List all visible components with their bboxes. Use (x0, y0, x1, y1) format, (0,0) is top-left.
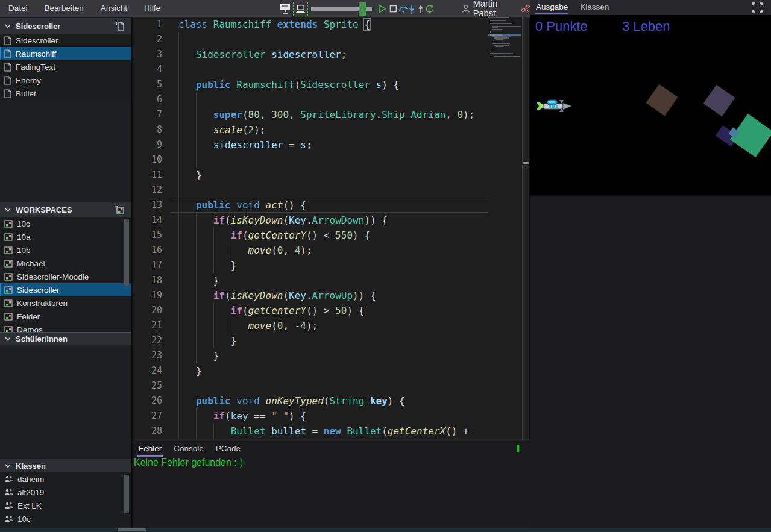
code-line[interactable]: 22 } (133, 333, 488, 348)
menu-item-hilfe[interactable]: Hilfe (136, 0, 169, 17)
file-item-bullet[interactable]: Bullet (0, 87, 131, 100)
code-text: if(getCenterY() < 550) { (178, 228, 370, 243)
menu-item-bearbeiten[interactable]: Bearbeiten (36, 0, 92, 17)
workspace-item-konstruktoren[interactable]: Konstruktoren (0, 296, 131, 310)
code-line[interactable]: 9 sidescroller = s; (133, 137, 488, 152)
workspace-item-label: Michael (17, 259, 45, 268)
status-bar-scrollbar-thumb[interactable] (118, 528, 146, 531)
code-line[interactable]: 20 if(getCenterY() > 50) { (133, 303, 488, 318)
code-line[interactable]: 1class Raumschiff extends Sprite { (133, 17, 488, 32)
workspaces-scrollbar[interactable] (124, 219, 129, 286)
connection-broken-icon (521, 3, 530, 14)
code-line[interactable]: 7 super(80, 300, SpriteLibrary.Ship_Adri… (133, 107, 488, 122)
step-out-button[interactable] (417, 4, 424, 14)
code-text: move(0, -4); (178, 318, 318, 333)
code-line[interactable]: 23 } (133, 348, 488, 363)
laptop-mode-toggle[interactable] (293, 2, 308, 16)
output-tab-ausgabe[interactable]: Ausgabe (535, 1, 568, 14)
code-line[interactable]: 27 if(key == " ") { (133, 408, 488, 424)
menu-item-ansicht[interactable]: Ansicht (92, 0, 136, 17)
sidebar: Sidescroller SidescrollerRaumschiffFadin… (0, 17, 131, 528)
file-item-raumschiff[interactable]: Raumschiff (0, 47, 131, 60)
doc-icon (4, 63, 11, 72)
restart-button[interactable] (425, 4, 434, 13)
workspace-item-felder[interactable]: Felder (0, 310, 131, 323)
top-menu-bar: DateiBearbeitenAnsichtHilfe Martin Pabst (0, 0, 530, 17)
bottom-tab-pcode[interactable]: PCode (215, 443, 242, 457)
add-workspace-icon[interactable] (115, 205, 124, 214)
students-section-header[interactable]: Schüler/innen (0, 332, 131, 345)
code-line[interactable]: 3 Sidescroller sidescroller; (133, 47, 488, 62)
classes-scrollbar[interactable] (124, 475, 129, 513)
game-canvas[interactable]: 0 Punkte 3 Leben (530, 15, 771, 195)
output-tab-klassen[interactable]: Klassen (579, 1, 609, 14)
file-item-sidescroller[interactable]: Sidescroller (0, 34, 131, 47)
code-line[interactable]: 12 (133, 183, 488, 198)
code-line[interactable]: 6 (133, 92, 488, 107)
code-line[interactable]: 10 (133, 152, 488, 167)
presentation-icon[interactable] (280, 4, 291, 14)
code-editor[interactable]: 1class Raumschiff extends Sprite {2 3 Si… (133, 17, 530, 440)
class-item-alt2019[interactable]: alt2019 (0, 486, 131, 499)
menu-item-datei[interactable]: Datei (0, 0, 36, 17)
class-item-daheim[interactable]: daheim (0, 472, 131, 486)
code-line[interactable]: 5 public Raumschiff(Sidescroller s) { (133, 77, 488, 92)
code-line[interactable]: 18 } (133, 273, 488, 288)
workspace-item-10b[interactable]: 10b (0, 243, 131, 257)
activity-indicator (517, 445, 519, 452)
file-item-label: Raumschiff (16, 49, 56, 58)
workspace-item-sidescroller[interactable]: Sidescroller (0, 283, 131, 296)
code-line[interactable]: 17 } (133, 258, 488, 273)
minimap-line (494, 56, 520, 57)
workspace-item-label: Demos (17, 325, 43, 333)
line-number: 11 (133, 167, 162, 183)
bottom-tab-console[interactable]: Console (172, 443, 205, 457)
bottom-tab-fehler[interactable]: Fehler (137, 443, 163, 457)
class-item-ext-lk[interactable]: Ext LK (0, 499, 131, 512)
laptop-icon (294, 3, 307, 15)
code-line[interactable]: 8 scale(2); (133, 122, 488, 137)
file-item-fadingtext[interactable]: FadingText (0, 60, 131, 74)
speed-slider-thumb[interactable] (359, 2, 366, 16)
speed-slider[interactable] (311, 7, 372, 11)
code-line[interactable]: 26 public void onKeyTyped(String key) { (133, 393, 488, 408)
code-line[interactable]: 19 if(isKeyDown(Key.ArrowUp)) { (133, 288, 488, 303)
code-text: move(0, 4); (178, 243, 312, 258)
workspace-item-michael[interactable]: Michael (0, 257, 131, 270)
stop-button[interactable] (389, 5, 397, 13)
code-text: if(key == " ") { (178, 408, 306, 424)
code-line[interactable]: 14 if(isKeyDown(Key.ArrowDown)) { (133, 213, 488, 228)
class-item-10c[interactable]: 10c (0, 512, 131, 525)
workspaces-section-header[interactable]: WORKSPACES (0, 202, 131, 217)
step-into-button[interactable] (408, 4, 415, 14)
minimap-line (492, 49, 492, 50)
code-line[interactable]: 11 } (133, 167, 488, 183)
files-section-header[interactable]: Sidescroller (0, 18, 131, 34)
code-line[interactable]: 13 public void act() { (133, 198, 488, 213)
workspace-item-label: Felder (17, 312, 40, 321)
add-file-icon[interactable] (115, 21, 124, 31)
minimap[interactable] (488, 17, 521, 440)
line-number: 12 (133, 183, 162, 198)
code-line[interactable]: 15 if(getCenterY() < 550) { (133, 228, 488, 243)
menu: DateiBearbeitenAnsichtHilfe (0, 0, 169, 17)
step-over-button[interactable] (398, 4, 408, 13)
workspace-item-demos[interactable]: Demos (0, 323, 131, 332)
classes-section-header[interactable]: Klassen (0, 459, 131, 472)
workspace-item-10c[interactable]: 10c (0, 217, 131, 230)
run-button[interactable] (378, 4, 386, 13)
code-line[interactable]: 25 (133, 378, 488, 393)
code-line[interactable]: 28 Bullet bullet = new Bullet(getCenterX… (133, 424, 488, 439)
fullscreen-icon[interactable] (752, 2, 763, 13)
code-line[interactable]: 4 (133, 62, 488, 77)
people-icon (4, 515, 13, 523)
workspace-item-sidescroller-moodle[interactable]: Sidescroller-Moodle (0, 270, 131, 283)
minimap-line (496, 46, 504, 47)
file-item-enemy[interactable]: Enemy (0, 74, 131, 87)
workspace-item-10a[interactable]: 10a (0, 230, 131, 243)
code-line[interactable]: 24 } (133, 363, 488, 378)
code-line[interactable]: 2 (133, 32, 488, 47)
code-line[interactable]: 16 move(0, 4); (133, 243, 488, 258)
classes-section-title: Klassen (16, 462, 46, 471)
code-line[interactable]: 21 move(0, -4); (133, 318, 488, 333)
